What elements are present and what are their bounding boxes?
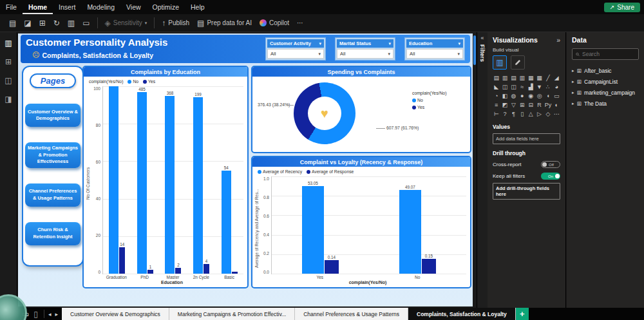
bar-yes[interactable] bbox=[175, 268, 181, 274]
page-nav-button-channel-preferences-usag[interactable]: Channel Preferences & Usage Patterns bbox=[25, 184, 80, 207]
filled-map-icon[interactable]: ● bbox=[518, 92, 526, 100]
new-visual-button[interactable]: ▥ bbox=[64, 17, 79, 29]
matrix-icon[interactable]: ⊟ bbox=[527, 101, 535, 109]
menu-home[interactable]: Home bbox=[23, 0, 53, 14]
r-script-visual-icon[interactable]: R bbox=[536, 101, 543, 109]
canvas-scrollbar[interactable] bbox=[473, 35, 476, 65]
text-box-button[interactable]: ▭ bbox=[79, 17, 93, 29]
data-table-item[interactable]: ▸⊞CampaignList bbox=[572, 76, 639, 87]
paste-button[interactable]: ▤ bbox=[5, 17, 20, 29]
mobile-view-icon[interactable]: ▯ bbox=[33, 310, 38, 319]
shape-map-icon[interactable]: ◉ bbox=[527, 92, 535, 100]
search-input[interactable] bbox=[582, 51, 635, 57]
metrics-icon[interactable]: ◇ bbox=[544, 110, 551, 118]
azure-map-icon[interactable]: ◎ bbox=[536, 92, 543, 100]
menu-insert[interactable]: Insert bbox=[53, 0, 81, 14]
power-apps-icon[interactable]: ▷ bbox=[536, 110, 543, 118]
chevron-right-icon[interactable]: ▸ bbox=[572, 79, 574, 84]
expand-pane-icon[interactable]: « bbox=[480, 35, 484, 41]
funnel-chart-icon[interactable]: ▼ bbox=[536, 83, 543, 91]
menu-optimize[interactable]: Optimize bbox=[147, 0, 185, 14]
multi-row-card-icon[interactable]: ≡ bbox=[493, 101, 500, 109]
add-drill-through-fields-well[interactable]: Add drill-through fields here bbox=[493, 183, 560, 200]
stacked-bar-chart-icon[interactable]: ▤ bbox=[493, 74, 500, 82]
smart-narrative-icon[interactable]: ¶ bbox=[510, 110, 517, 118]
line-chart-icon[interactable]: ╱ bbox=[544, 74, 551, 82]
bar-no[interactable] bbox=[222, 171, 231, 274]
report-view-icon[interactable]: ▥ bbox=[5, 39, 12, 48]
refresh-button[interactable]: ↻ bbox=[50, 17, 64, 29]
line-and-clustered-column-chart-icon[interactable]: ◫ bbox=[510, 83, 517, 91]
data-search-box[interactable] bbox=[572, 48, 639, 60]
page-tab-channel-preferences-usage-pa[interactable]: Channel Preferences & Usage Patterns bbox=[295, 308, 408, 320]
key-influencers-icon[interactable]: ◐ bbox=[553, 101, 560, 109]
clustered-bar-chart-icon[interactable]: ▤ bbox=[510, 74, 517, 82]
map-icon[interactable]: ◍ bbox=[510, 92, 517, 100]
selected-visual-stacked-column-icon[interactable]: ▥ bbox=[493, 55, 507, 70]
bar-no[interactable] bbox=[137, 92, 147, 274]
spending-vs-complaints-chart[interactable]: Spending vs Complaints ♥ complain(Yes/No… bbox=[251, 66, 471, 153]
format-visual-pencil-icon[interactable] bbox=[511, 55, 525, 70]
arcgis-map-icon[interactable]: △ bbox=[527, 110, 535, 118]
slicer-icon[interactable]: ▽ bbox=[510, 101, 517, 109]
page-tab-marketing-campaigns-promotio[interactable]: Marketing Campaigns & Promotion Effectiv… bbox=[169, 308, 295, 320]
bar-average-of-response[interactable] bbox=[422, 259, 436, 274]
bar-yes[interactable] bbox=[232, 272, 238, 274]
page-nav-button-marketing-campaigns-prom[interactable]: Marketing Campaigns & Promotion Effectiv… bbox=[25, 142, 80, 168]
slicer-value-dropdown[interactable]: All▾ bbox=[267, 49, 324, 59]
bar-average-of-recency[interactable] bbox=[302, 186, 324, 274]
pie-chart-icon[interactable]: ◕ bbox=[553, 83, 560, 91]
100-stacked-bar-chart-icon[interactable]: ▦ bbox=[527, 74, 535, 82]
dax-query-view-icon[interactable]: ◨ bbox=[5, 95, 12, 104]
copilot-button[interactable]: Copilot bbox=[256, 18, 293, 28]
100-stacked-column-chart-icon[interactable]: ▦ bbox=[536, 74, 543, 82]
publish-button[interactable]: ↑ Publish bbox=[158, 17, 193, 29]
collapse-pane-icon[interactable]: » bbox=[556, 36, 560, 44]
chevron-right-icon[interactable]: ▸ bbox=[572, 101, 574, 106]
menu-help[interactable]: Help bbox=[185, 0, 211, 14]
model-view-icon[interactable]: ◫ bbox=[5, 76, 12, 85]
complaints-by-education-chart[interactable]: Complaints by Education complain(Yes/No)… bbox=[82, 66, 249, 288]
slicer-value-dropdown[interactable]: All▾ bbox=[337, 49, 393, 59]
previous-page-arrow[interactable]: ◂ bbox=[46, 308, 53, 320]
slicer-header[interactable]: Customer Activity▾ bbox=[267, 39, 324, 48]
bar-no[interactable] bbox=[193, 97, 203, 274]
menu-file[interactable]: File bbox=[0, 0, 23, 14]
share-button[interactable]: ↗ Share bbox=[604, 3, 640, 12]
waterfall-chart-icon[interactable]: ▟ bbox=[527, 83, 535, 91]
donut-ring[interactable]: ♥ bbox=[294, 82, 355, 144]
donut-chart-icon[interactable]: ◔ bbox=[493, 92, 500, 100]
menu-modeling[interactable]: Modeling bbox=[81, 0, 120, 14]
filters-pane-collapsed[interactable]: « Filters bbox=[477, 32, 488, 308]
format-painter-button[interactable]: ◪ bbox=[20, 17, 35, 29]
sensitivity-button[interactable]: ◈ Sensitivity ▾ bbox=[101, 17, 151, 29]
area-chart-icon[interactable]: ◢ bbox=[553, 74, 560, 82]
menu-view[interactable]: View bbox=[120, 0, 147, 14]
data-table-item[interactable]: ▸⊞After_basic bbox=[572, 65, 639, 76]
page-nav-button-customer-overview-demogr[interactable]: Customer Overview & Demographics bbox=[25, 104, 80, 127]
page-tab-complaints-satisfaction-loya[interactable]: Complaints, Satisfaction & Loyalty bbox=[408, 308, 516, 320]
bar-yes[interactable] bbox=[147, 270, 153, 274]
page-tab-customer-overview-demographi[interactable]: Customer Overview & Demographics bbox=[62, 308, 169, 320]
bar-no[interactable] bbox=[109, 86, 118, 274]
keep-all-filters-toggle[interactable]: On bbox=[541, 173, 560, 180]
scatter-chart-icon[interactable]: ∴ bbox=[544, 83, 551, 91]
decomposition-tree-icon[interactable]: ⊢ bbox=[493, 110, 500, 118]
get-more-visuals-icon[interactable]: ⋯ bbox=[553, 110, 560, 118]
table-view-icon[interactable]: ⊞ bbox=[5, 57, 12, 66]
complaint-vs-loyalty-chart[interactable]: Complaint vs Loyalty (Recency & Response… bbox=[251, 156, 471, 288]
prep-data-for-ai-button[interactable]: ▤ Prep data for AI bbox=[193, 17, 256, 29]
more-options-button[interactable]: ⋯ bbox=[293, 18, 307, 28]
bar-no[interactable] bbox=[165, 96, 175, 274]
stacked-column-chart-icon[interactable]: ▥ bbox=[501, 74, 508, 82]
stacked-area-chart-icon[interactable]: ◣ bbox=[493, 83, 500, 91]
slicer-header[interactable]: Education▾ bbox=[406, 39, 463, 48]
paginated-report-icon[interactable]: ▯ bbox=[518, 110, 526, 118]
ribbon-chart-icon[interactable]: ≈ bbox=[518, 83, 526, 91]
page-nav-button-churn-risk-retention-ins[interactable]: Churn Risk & Retention Insight bbox=[25, 222, 80, 245]
bar-yes[interactable] bbox=[119, 247, 125, 274]
add-data-fields-well[interactable]: Add data fields here bbox=[493, 133, 560, 144]
table-icon[interactable]: ⊞ bbox=[518, 101, 526, 109]
next-page-arrow[interactable]: ▸ bbox=[53, 308, 60, 320]
chevron-right-icon[interactable]: ▸ bbox=[572, 90, 574, 95]
